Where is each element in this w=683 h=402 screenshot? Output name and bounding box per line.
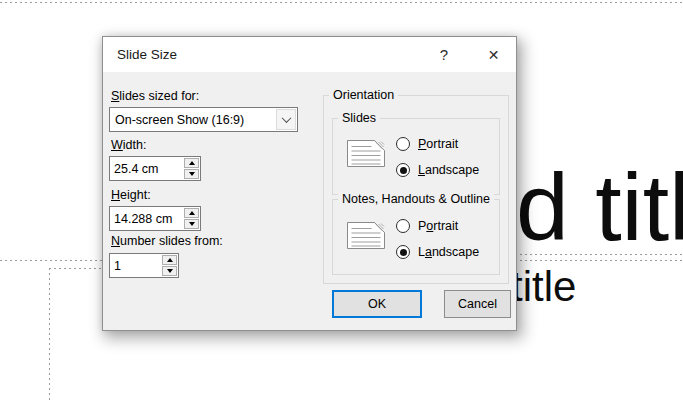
landscape-page-icon (347, 222, 385, 249)
height-spinner: 14.288 cm (109, 206, 201, 231)
number-slides-from-spinner: 1 (109, 253, 179, 278)
arrow-down-icon (189, 172, 195, 176)
notes-landscape-label: Landscape (418, 245, 479, 259)
height-input[interactable]: 14.288 cm (110, 207, 183, 230)
notes-orientation-group: Notes, Handouts & Outline Portrait (332, 199, 500, 275)
arrow-down-icon (189, 222, 195, 226)
content-placeholder-left-border (49, 268, 50, 402)
height-spin-up-button[interactable] (184, 208, 199, 218)
width-label: Width: (111, 138, 146, 152)
slides-portrait-label: Portrait (418, 137, 458, 151)
slides-sized-for-label: Slides sized for: (111, 89, 199, 103)
slides-group-label: Slides (338, 111, 380, 125)
orientation-group: Orientation Slides Portrait (323, 95, 509, 284)
number-slides-from-input[interactable]: 1 (110, 254, 161, 277)
dialog-title: Slide Size (117, 37, 177, 72)
number-spin-down-button[interactable] (162, 266, 177, 276)
title-placeholder-top-border (0, 2, 683, 3)
notes-group-label: Notes, Handouts & Outline (338, 192, 494, 206)
arrow-up-icon (189, 211, 195, 215)
width-spin-up-button[interactable] (184, 158, 199, 168)
slides-orientation-group: Slides Portrait Landscape (332, 118, 500, 195)
slide-subtitle-text: title (511, 266, 576, 308)
arrow-up-icon (189, 161, 195, 165)
height-label: Height: (111, 188, 151, 202)
width-spin-down-button[interactable] (184, 169, 199, 179)
slides-sized-for-select[interactable]: On-screen Show (16:9) (109, 107, 298, 132)
close-button[interactable]: ✕ (469, 37, 518, 72)
chevron-down-icon (281, 113, 291, 123)
radio-icon[interactable] (396, 137, 410, 151)
slide-size-dialog: Slide Size ? ✕ Slides sized for: On-scre… (102, 36, 517, 331)
radio-icon[interactable] (396, 219, 410, 233)
slides-landscape-option[interactable]: Landscape (396, 162, 479, 178)
help-icon: ? (440, 46, 448, 63)
help-button[interactable]: ? (421, 37, 467, 72)
slide-title-text: d title (516, 160, 683, 255)
height-spin-down-button[interactable] (184, 219, 199, 229)
radio-checked-icon[interactable] (396, 163, 410, 177)
number-spin-up-button[interactable] (162, 255, 177, 265)
slides-portrait-option[interactable]: Portrait (396, 136, 458, 152)
ok-button[interactable]: OK (332, 290, 422, 318)
landscape-page-icon (347, 140, 385, 167)
number-slides-from-label: Number slides from: (111, 234, 223, 248)
slides-landscape-label: Landscape (418, 163, 479, 177)
radio-checked-icon[interactable] (396, 245, 410, 259)
notes-landscape-option[interactable]: Landscape (396, 244, 479, 260)
notes-portrait-option[interactable]: Portrait (396, 218, 458, 234)
orientation-group-label: Orientation (329, 88, 398, 102)
content-placeholder-top-border (49, 268, 107, 269)
width-input[interactable]: 25.4 cm (110, 157, 183, 180)
notes-portrait-label: Portrait (418, 219, 458, 233)
dialog-titlebar[interactable]: Slide Size ? ✕ (103, 37, 516, 72)
slide-canvas: { "background": { "title_text": "d title… (0, 0, 683, 402)
slides-sized-for-value: On-screen Show (16:9) (110, 113, 275, 127)
arrow-down-icon (167, 269, 173, 273)
arrow-up-icon (167, 258, 173, 262)
cancel-button[interactable]: Cancel (444, 290, 511, 318)
combo-dropdown-button[interactable] (276, 109, 296, 130)
close-icon: ✕ (488, 47, 500, 63)
width-spinner: 25.4 cm (109, 156, 201, 181)
